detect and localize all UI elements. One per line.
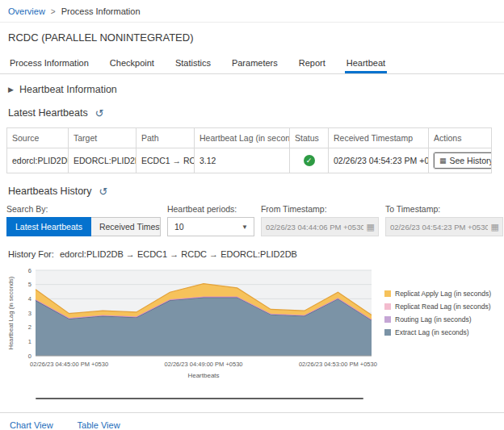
from-timestamp-field[interactable]: ▦ <box>261 217 379 236</box>
column-header-source: Source <box>7 128 69 148</box>
status-ok-icon: ✓ <box>304 155 315 166</box>
search-by-group: Search By: Latest Heartbeats Received Ti… <box>6 204 161 236</box>
calendar-icon[interactable]: ▦ <box>490 222 502 232</box>
legend-label: Extract Lag (in seconds) <box>395 328 469 336</box>
tab-checkpoint[interactable]: Checkpoint <box>108 54 156 73</box>
svg-text:2: 2 <box>28 324 32 331</box>
breadcrumb: Overview > Process Information <box>0 0 504 23</box>
chevron-down-icon: ▼ <box>236 223 254 231</box>
cell-path: ECDC1 → RCDC <box>136 148 195 173</box>
from-timestamp-group: From Timestamp: ▦ <box>261 204 379 236</box>
table-row: edorcl:PLID2DB EDORCL:PLID2DB ECDC1 → RC… <box>7 148 492 173</box>
svg-text:02/26/23 04:45:00 PM +0530: 02/26/23 04:45:00 PM +0530 <box>30 361 108 368</box>
heartbeat-periods-value: 10 <box>168 222 236 232</box>
chart-legend: Replicat Apply Lag (in seconds)Replicat … <box>384 290 502 336</box>
heartbeat-periods-dropdown[interactable]: 10 ▼ <box>167 217 254 236</box>
search-by-segmented-control: Latest Heartbeats Received Timestamp <box>6 217 161 236</box>
column-header-status: Status <box>290 128 329 148</box>
process-tabbar: Process Information Checkpoint Statistic… <box>0 54 504 74</box>
table-header-row: Source Target Path Heartbeat Lag (in sec… <box>7 128 492 148</box>
legend-label: Replicat Apply Lag (in seconds) <box>395 290 491 298</box>
svg-text:1: 1 <box>28 338 32 345</box>
to-timestamp-field[interactable]: ▦ <box>385 217 503 236</box>
history-for-label: History For: <box>8 249 54 259</box>
to-timestamp-label: To Timestamp: <box>385 204 503 214</box>
cell-source: edorcl:PLID2DB <box>7 148 69 173</box>
heartbeats-history-title: Heartbeats History <box>8 186 92 197</box>
heartbeat-periods-label: Heartbeat periods: <box>167 204 254 214</box>
tab-statistics[interactable]: Statistics <box>174 54 212 73</box>
heartbeat-periods-group: Heartbeat periods: 10 ▼ <box>167 204 254 236</box>
tab-chart-view[interactable]: Chart View <box>8 413 55 430</box>
svg-text:0: 0 <box>28 353 32 360</box>
tab-process-information[interactable]: Process Information <box>8 54 90 73</box>
breadcrumb-separator: > <box>51 7 56 16</box>
breadcrumb-current: Process Information <box>61 6 141 16</box>
latest-heartbeats-header: Latest Heartbeats ↺ <box>0 95 504 119</box>
tab-report[interactable]: Report <box>297 54 327 73</box>
expand-triangle-icon: ▶ <box>8 86 14 94</box>
history-for-line: History For: edorcl:PLID2DB → ECDC1 → RC… <box>0 236 504 259</box>
calendar-icon[interactable]: ▦ <box>366 222 377 232</box>
cell-received-timestamp: 02/26/23 04:54:23 PM +0530 <box>329 148 429 173</box>
search-by-label: Search By: <box>6 204 161 214</box>
history-for-value: edorcl:PLID2DB → ECDC1 → RCDC → EDORCL:P… <box>60 249 297 259</box>
history-table-icon: ▦ <box>439 157 447 165</box>
tab-heartbeat[interactable]: Heartbeat <box>345 54 387 73</box>
svg-text:5: 5 <box>28 281 32 288</box>
svg-text:02/26/23 04:53:00 PM +0530: 02/26/23 04:53:00 PM +0530 <box>299 361 377 368</box>
svg-text:6: 6 <box>28 267 32 274</box>
column-header-actions: Actions <box>429 128 492 148</box>
from-timestamp-input[interactable] <box>262 223 367 232</box>
chart-scrollbar[interactable] <box>36 398 363 399</box>
legend-item: Routing Lag (in seconds) <box>384 315 502 324</box>
cell-status: ✓ <box>290 148 329 173</box>
svg-text:Heartbeat Lag (in seconds): Heartbeat Lag (in seconds) <box>7 276 15 349</box>
tab-table-view[interactable]: Table View <box>76 413 122 430</box>
heartbeats-history-header: Heartbeats History ↺ <box>0 173 504 197</box>
legend-swatch-icon <box>384 329 391 336</box>
from-timestamp-label: From Timestamp: <box>261 204 379 214</box>
see-history-label: See History <box>450 156 492 165</box>
svg-text:Heartbeats: Heartbeats <box>187 372 219 379</box>
refresh-icon[interactable]: ↺ <box>99 186 108 197</box>
page-title: RCDC (PARALLEL NONINTEGRATED) <box>0 23 504 44</box>
column-header-path: Path <box>136 128 195 148</box>
legend-item: Replicat Read Lag (in seconds) <box>384 303 502 311</box>
breadcrumb-overview-link[interactable]: Overview <box>8 6 45 16</box>
view-tabbar: Chart View Table View <box>0 412 504 430</box>
svg-text:02/26/23 04:49:00 PM +0530: 02/26/23 04:49:00 PM +0530 <box>165 361 243 368</box>
column-header-target: Target <box>69 128 136 148</box>
legend-swatch-icon <box>384 303 391 310</box>
legend-swatch-icon <box>384 316 391 323</box>
svg-text:4: 4 <box>28 295 32 303</box>
cell-heartbeat-lag: 3.12 <box>195 148 290 173</box>
column-header-heartbeat-lag: Heartbeat Lag (in seconds) <box>195 128 290 148</box>
legend-label: Replicat Read Lag (in seconds) <box>395 303 491 311</box>
legend-item: Replicat Apply Lag (in seconds) <box>384 290 502 298</box>
latest-heartbeats-table: Source Target Path Heartbeat Lag (in sec… <box>6 127 492 173</box>
process-information-page: Overview > Process Information RCDC (PAR… <box>0 0 504 430</box>
tab-parameters[interactable]: Parameters <box>230 54 279 73</box>
latest-heartbeats-title: Latest Heartbeats <box>8 107 88 119</box>
heartbeat-information-expander[interactable]: ▶ Heartbeat Information <box>0 74 504 95</box>
refresh-icon[interactable]: ↺ <box>95 108 104 119</box>
cell-actions: ▦ See History <box>429 148 492 173</box>
column-header-received-timestamp: Received Timestamp <box>329 128 429 148</box>
legend-swatch-icon <box>384 290 391 297</box>
to-timestamp-input[interactable] <box>386 223 491 232</box>
legend-label: Routing Lag (in seconds) <box>395 315 472 324</box>
heartbeat-lag-chart: 012345602/26/23 04:45:00 PM +053002/26/2… <box>6 264 504 393</box>
heartbeat-information-label: Heartbeat Information <box>19 84 117 95</box>
see-history-button[interactable]: ▦ See History <box>434 152 492 169</box>
legend-item: Extract Lag (in seconds) <box>384 328 502 336</box>
segment-received-timestamp[interactable]: Received Timestamp <box>91 217 161 236</box>
heartbeat-chart-svg: 012345602/26/23 04:45:00 PM +053002/26/2… <box>6 264 386 386</box>
segment-latest-heartbeats[interactable]: Latest Heartbeats <box>6 217 91 236</box>
to-timestamp-group: To Timestamp: ▦ <box>385 204 503 236</box>
svg-text:3: 3 <box>28 310 32 317</box>
history-filters: Search By: Latest Heartbeats Received Ti… <box>0 197 504 236</box>
cell-target: EDORCL:PLID2DB <box>69 148 136 173</box>
